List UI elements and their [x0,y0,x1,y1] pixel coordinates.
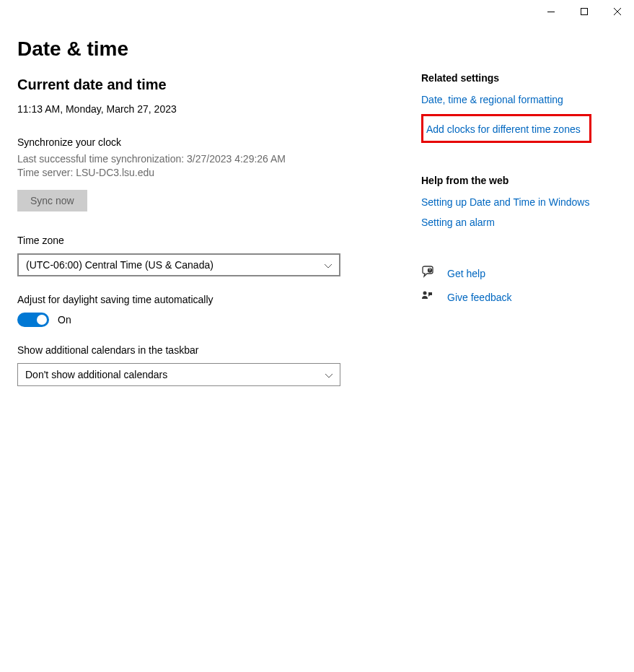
toggle-knob [37,315,47,325]
current-datetime-heading: Current date and time [17,77,421,93]
svg-rect-1 [581,9,588,15]
link-give-feedback[interactable]: Give feedback [447,292,512,303]
sync-heading: Synchronize your clock [17,136,421,148]
link-add-clocks[interactable]: Add clocks for different time zones [426,123,581,135]
timezone-value: (UTC-06:00) Central Time (US & Canada) [26,259,213,271]
highlight-annotation: Add clocks for different time zones [421,114,591,143]
give-feedback-icon [421,289,434,305]
calendars-value: Don't show additional calendars [25,369,167,380]
page-title: Date & time [17,38,421,61]
close-button[interactable] [601,0,634,23]
svg-point-4 [423,292,427,295]
sync-last: Last successful time synchronization: 3/… [17,152,421,166]
current-datetime-value: 11:13 AM, Monday, March 27, 2023 [17,103,421,115]
svg-rect-0 [547,12,555,12]
link-help-alarm[interactable]: Setting an alarm [421,217,495,228]
dst-label: Adjust for daylight saving time automati… [17,294,421,305]
chevron-down-icon [325,259,332,271]
link-get-help[interactable]: Get help [447,268,485,279]
link-regional-formatting[interactable]: Date, time & regional formatting [421,94,563,105]
svg-text:?: ? [429,268,431,272]
timezone-label: Time zone [17,235,421,246]
minimize-button[interactable] [534,0,568,23]
get-help-icon: ? [421,266,434,281]
chevron-down-icon [325,369,333,380]
dst-toggle[interactable] [17,313,49,327]
sync-server: Time server: LSU-DC3.lsu.edu [17,166,421,180]
sync-now-button[interactable]: Sync now [17,190,87,211]
calendars-select[interactable]: Don't show additional calendars [17,363,340,386]
help-heading: Help from the web [421,175,609,186]
timezone-select[interactable]: (UTC-06:00) Central Time (US & Canada) [17,253,340,276]
related-settings-heading: Related settings [421,72,609,84]
dst-state: On [58,314,71,326]
link-help-datetime[interactable]: Setting up Date and Time in Windows [421,196,589,208]
calendars-label: Show additional calendars in the taskbar [17,344,421,356]
maximize-button[interactable] [568,0,601,23]
